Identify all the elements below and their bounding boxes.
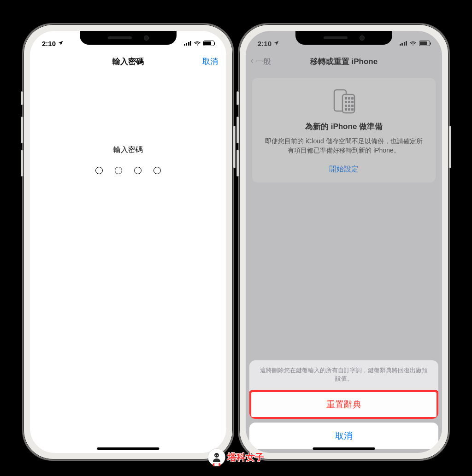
svg-point-15 bbox=[215, 455, 216, 456]
notch bbox=[80, 31, 177, 45]
highlight-annotation: 重置辭典 bbox=[249, 390, 438, 419]
home-indicator[interactable] bbox=[313, 447, 375, 450]
volume-down-button bbox=[236, 150, 239, 176]
phone-frame-2: 2:10 ‹ 一般 移轉或重置 iPhon bbox=[238, 23, 450, 461]
watermark-badge: 3C bbox=[213, 463, 221, 466]
sheet-cancel-button[interactable]: 取消 bbox=[249, 423, 438, 449]
cancel-button[interactable]: 取消 bbox=[202, 56, 218, 67]
mute-switch bbox=[21, 91, 24, 105]
passcode-dot bbox=[115, 167, 122, 174]
notch bbox=[295, 31, 392, 45]
watermark-text: 塔科女子 bbox=[227, 451, 264, 464]
passcode-dots[interactable] bbox=[30, 167, 226, 174]
svg-point-16 bbox=[217, 455, 218, 456]
power-button bbox=[233, 126, 236, 168]
nav-title: 輸入密碼 bbox=[112, 56, 144, 67]
passcode-label: 輸入密碼 bbox=[30, 145, 226, 155]
volume-up-button bbox=[236, 117, 239, 143]
home-indicator[interactable] bbox=[97, 447, 159, 450]
reset-dictionary-button[interactable]: 重置辭典 bbox=[251, 392, 437, 417]
wifi-icon bbox=[194, 41, 201, 46]
status-time: 2:10 bbox=[42, 40, 56, 47]
svg-point-14 bbox=[214, 453, 219, 458]
nav-bar: 輸入密碼 取消 bbox=[30, 51, 226, 71]
mute-switch bbox=[236, 91, 239, 105]
passcode-dot bbox=[95, 167, 103, 174]
watermark: 3C 塔科女子 bbox=[208, 448, 264, 466]
cellular-icon bbox=[184, 41, 192, 46]
location-icon bbox=[58, 40, 64, 47]
passcode-dot bbox=[153, 167, 161, 174]
screen-2: 2:10 ‹ 一般 移轉或重置 iPhon bbox=[246, 31, 442, 453]
phone-frame-1: 2:10 輸入密碼 取消 輸入密碼 bbox=[22, 23, 234, 461]
watermark-avatar-icon: 3C bbox=[208, 448, 225, 466]
passcode-dot bbox=[134, 167, 142, 174]
power-button bbox=[448, 126, 451, 168]
volume-up-button bbox=[21, 117, 24, 143]
battery-icon bbox=[203, 41, 214, 46]
screen-1: 2:10 輸入密碼 取消 輸入密碼 bbox=[30, 31, 226, 453]
action-sheet: 這將刪除您在鍵盤輸入的所有自訂字詞，鍵盤辭典將回復出廠預設值。 重置辭典 取消 bbox=[249, 360, 438, 449]
sheet-message: 這將刪除您在鍵盤輸入的所有自訂字詞，鍵盤辭典將回復出廠預設值。 bbox=[249, 360, 438, 390]
volume-down-button bbox=[21, 150, 24, 176]
